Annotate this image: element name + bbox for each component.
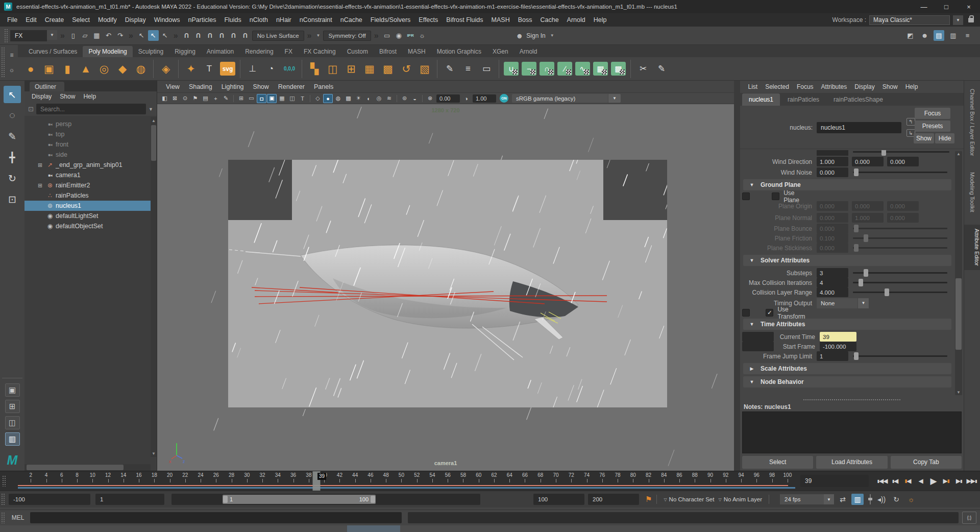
- input-connection-icon[interactable]: ↰: [906, 118, 915, 126]
- outliner-horizontal-scrollbar[interactable]: [24, 464, 151, 471]
- exposure-field[interactable]: 0.00: [436, 94, 460, 103]
- bookmark-icon[interactable]: ⚑: [645, 495, 652, 504]
- attr-field-plane-normal-1[interactable]: 1.000: [852, 213, 884, 223]
- shelf-tab-fx-caching[interactable]: FX Caching: [298, 46, 341, 57]
- attr-field-plane-origin-1[interactable]: 0.000: [852, 201, 884, 211]
- chevron-down-icon[interactable]: ▽: [718, 497, 721, 502]
- shelf-tab-mash[interactable]: MASH: [402, 46, 431, 57]
- menu-arnold[interactable]: Arnold: [563, 13, 590, 27]
- slider-handle[interactable]: [881, 150, 886, 156]
- construction-aid-icon[interactable]: ⊥: [244, 60, 261, 78]
- poly-cone-icon[interactable]: ▲: [77, 60, 94, 78]
- section-scale-attributes[interactable]: ▶Scale Attributes: [743, 363, 951, 374]
- notes-drag-divider[interactable]: [740, 397, 964, 402]
- menu-nparticles[interactable]: nParticles: [184, 13, 220, 27]
- title-bar[interactable]: M essential-effects-vfx-animation_m1_t01…: [0, 0, 980, 13]
- bookmark-icon[interactable]: ⚑: [190, 94, 200, 103]
- chevron-down-icon[interactable]: ▼: [953, 15, 963, 25]
- timeline-ticks[interactable]: 2468101214161820222426283032343638404244…: [15, 471, 795, 491]
- viewport-menu-shading[interactable]: Shading: [184, 81, 217, 93]
- image-plane-icon[interactable]: ▤: [201, 94, 210, 103]
- svg-tool-icon[interactable]: svg: [220, 62, 235, 76]
- collapse-arrow-icon[interactable]: ▼: [743, 322, 761, 327]
- live-surface-field[interactable]: No Live Surface: [252, 31, 304, 41]
- rotate-tool-icon[interactable]: ↻: [4, 170, 21, 187]
- remesh-icon[interactable]: ▦: [593, 62, 608, 76]
- step-forward-key-button[interactable]: ▶▮: [940, 474, 952, 488]
- node-tab-nucleus1[interactable]: nucleus1: [742, 93, 780, 106]
- outliner-vertical-scrollbar[interactable]: ▲ ▼: [151, 117, 157, 457]
- chevron-down-icon[interactable]: ▼: [47, 30, 57, 40]
- poly-cylinder-icon[interactable]: ▮: [59, 60, 76, 78]
- close-button[interactable]: ×: [958, 0, 980, 13]
- combine-icon[interactable]: ▚: [306, 60, 323, 78]
- symmetry-field[interactable]: Symmetry: Off: [323, 31, 371, 41]
- platonic-solid-icon[interactable]: ◈: [157, 60, 175, 78]
- film-gate-icon[interactable]: ▭: [247, 94, 256, 103]
- outliner-item-rainemitter2[interactable]: ⊞⊛rainEmitter2: [24, 180, 157, 190]
- outliner-item-defaultlightset[interactable]: ◉defaultLightSet: [24, 211, 157, 221]
- shelf-tab-arnold[interactable]: Arnold: [514, 46, 543, 57]
- section-solver-attributes[interactable]: ▼Solver Attributes: [743, 255, 951, 266]
- attr-field-plane-stickiness[interactable]: 0.000: [817, 243, 848, 253]
- menu-file[interactable]: File: [3, 13, 21, 27]
- boolean-intersection-icon[interactable]: ∩: [540, 62, 554, 76]
- select-by-hierarchy-icon[interactable]: ↖: [136, 30, 147, 41]
- menu-edit[interactable]: Edit: [21, 13, 41, 27]
- chevron-down-icon[interactable]: ▼: [550, 33, 554, 38]
- shelf-tab-curves-surfaces[interactable]: Curves / Surfaces: [23, 46, 83, 57]
- attr-slider-substeps[interactable]: [852, 268, 948, 278]
- contrast-icon[interactable]: ◑: [461, 94, 471, 103]
- attr-slider-max-collision-iterations[interactable]: [852, 278, 948, 287]
- attr-slider-plane-friction[interactable]: [852, 233, 948, 243]
- two-pane-layout-icon[interactable]: ◫: [5, 416, 20, 429]
- colorspace-dropdown[interactable]: sRGB gamma (legacy): [512, 94, 608, 103]
- mel-label[interactable]: MEL: [6, 514, 30, 521]
- make-live-icon[interactable]: U: [240, 30, 251, 41]
- slider-handle[interactable]: [859, 279, 863, 286]
- outliner-persp-layout-icon[interactable]: ▥: [5, 432, 20, 446]
- attribute-vertical-scrollbar[interactable]: ▲ ▼: [955, 151, 962, 395]
- scale-tool-icon[interactable]: ⊡: [4, 190, 21, 208]
- scrollbar-thumb[interactable]: [27, 465, 124, 470]
- reset-time-icon[interactable]: ◔: [262, 60, 280, 78]
- lock-icon[interactable]: [968, 18, 974, 22]
- hide-button[interactable]: Hide: [935, 133, 954, 143]
- clip-editor-icon[interactable]: ▥: [851, 494, 864, 505]
- attr-field-partial[interactable]: [817, 150, 848, 156]
- snap-to-view-plane-icon[interactable]: U: [228, 30, 239, 41]
- outliner-item-side[interactable]: ■◂side: [24, 150, 157, 160]
- quad-draw-icon[interactable]: ▭: [478, 60, 495, 78]
- save-scene-icon[interactable]: ▦: [91, 30, 102, 41]
- menu-boss[interactable]: Boss: [514, 13, 536, 27]
- cache-refresh-icon[interactable]: ↻: [890, 494, 902, 505]
- chevron-down-icon[interactable]: ▼: [149, 107, 153, 112]
- ipr-render-icon[interactable]: IPR: [405, 30, 416, 41]
- paint-select-tool-icon[interactable]: ✎: [4, 128, 21, 145]
- button-load-attributes[interactable]: Load Attributes: [816, 456, 887, 469]
- safe-title-icon[interactable]: T: [298, 94, 307, 103]
- collapse-arrow-icon[interactable]: ▼: [743, 379, 761, 384]
- poly-disc-icon[interactable]: ◍: [132, 60, 150, 78]
- attr-field-plane-friction[interactable]: 0.100: [817, 233, 848, 243]
- xray-icon[interactable]: ◒: [410, 94, 420, 103]
- ae-menu-display[interactable]: Display: [851, 81, 878, 93]
- playback-start-field[interactable]: 1: [95, 494, 164, 505]
- attr-field-wind-noise[interactable]: 0.000: [817, 167, 848, 177]
- panel-splitter[interactable]: [734, 81, 740, 471]
- attr-field-wind-direction-2[interactable]: 0.000: [887, 157, 919, 166]
- node-tab-rainpaticlesshape[interactable]: rainPaticlesShape: [827, 93, 890, 106]
- shelf-tab-bifrost[interactable]: Bifrost: [374, 46, 402, 57]
- menu-set-selector[interactable]: FX ▼: [10, 30, 57, 41]
- field-chart-icon[interactable]: ▦: [277, 94, 287, 103]
- snap-to-grid-icon[interactable]: U: [181, 30, 192, 41]
- attr-slider-partial[interactable]: [852, 150, 950, 156]
- audio-icon[interactable]: ◂)): [875, 494, 888, 505]
- node-name-field[interactable]: nucleus1: [817, 122, 901, 133]
- move-tool-icon[interactable]: ╋: [4, 149, 21, 166]
- attr-field-plane-origin-0[interactable]: 0.000: [817, 201, 848, 211]
- fps-dropdown[interactable]: 24 fps: [780, 494, 824, 504]
- slider-handle[interactable]: [854, 244, 859, 252]
- shadows-icon[interactable]: ◐: [364, 94, 374, 103]
- menu-mash[interactable]: MASH: [487, 13, 514, 27]
